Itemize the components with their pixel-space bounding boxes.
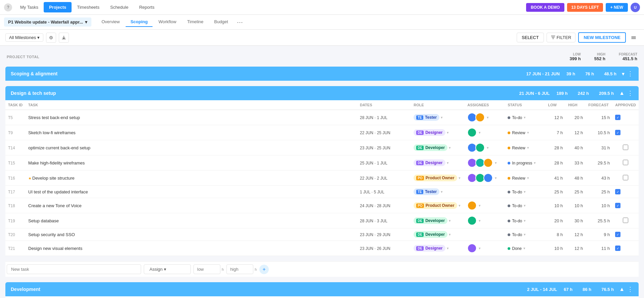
- role-cell[interactable]: DE Developer ▾: [414, 231, 462, 238]
- role-cell[interactable]: TE Tester ▾: [414, 114, 462, 121]
- status-dropdown-icon[interactable]: ▾: [524, 115, 526, 120]
- assign-button[interactable]: Assign ▾: [144, 264, 191, 274]
- days-left-button[interactable]: 13 DAYS LEFT: [567, 3, 603, 12]
- approved-checkbox[interactable]: ✓: [615, 246, 620, 251]
- new-task-input[interactable]: [7, 264, 141, 274]
- role-dropdown-icon[interactable]: ▾: [441, 115, 443, 120]
- role-dropdown-icon[interactable]: ▾: [449, 146, 451, 150]
- filter-button[interactable]: FILTER: [547, 33, 576, 42]
- assignees-dropdown-icon[interactable]: ▾: [479, 246, 481, 251]
- role-cell[interactable]: DE Developer ▾: [414, 144, 462, 151]
- total-forecast-header: FORECAST: [619, 52, 637, 56]
- approved-checkbox[interactable]: ✓: [615, 130, 620, 135]
- role-dropdown-icon[interactable]: ▾: [447, 161, 449, 165]
- role-abbr: DE: [416, 146, 424, 150]
- approved-checkbox[interactable]: [623, 160, 628, 165]
- new-button[interactable]: + NEW: [606, 3, 628, 12]
- approved-checkbox[interactable]: ✓: [615, 115, 620, 120]
- approved-checkbox[interactable]: ✓: [615, 189, 620, 194]
- role-cell[interactable]: DE Developer ▾: [414, 217, 462, 224]
- collapse-all-icon[interactable]: [629, 33, 639, 43]
- status-cell[interactable]: Review ▾: [508, 146, 529, 150]
- role-cell[interactable]: TE Tester ▾: [414, 188, 462, 195]
- role-cell[interactable]: DE Designer ▾: [414, 159, 462, 166]
- download-icon-button[interactable]: [59, 33, 69, 43]
- section-chevron-design[interactable]: ▲: [619, 90, 625, 96]
- role-dropdown-icon[interactable]: ▾: [449, 219, 451, 223]
- nav-my-tasks[interactable]: My Tasks: [15, 2, 44, 12]
- tab-workflow[interactable]: Workflow: [154, 17, 181, 27]
- book-demo-button[interactable]: BOOK A DEMO: [526, 3, 564, 12]
- status-dropdown-icon[interactable]: ▾: [527, 131, 529, 135]
- section-header-development[interactable]: Development 2 JUL - 14 JUL 67 h 86 h 76.…: [5, 282, 639, 296]
- assignees-dropdown-icon[interactable]: ▾: [479, 131, 481, 135]
- status-dropdown-icon[interactable]: ▾: [524, 190, 526, 194]
- tab-timeline[interactable]: Timeline: [182, 17, 208, 27]
- status-cell[interactable]: To-do ▾: [508, 115, 526, 120]
- assignees-dropdown-icon[interactable]: ▾: [495, 176, 497, 180]
- section-chevron-development[interactable]: ▲: [619, 286, 625, 292]
- tab-overview[interactable]: Overview: [97, 17, 124, 27]
- status-dropdown-icon[interactable]: ▾: [524, 203, 526, 208]
- assignees-dropdown-icon[interactable]: ▾: [487, 115, 489, 120]
- role-cell[interactable]: PO Product Owner ▾: [414, 175, 462, 181]
- status-cell[interactable]: Done ▾: [508, 246, 525, 251]
- role-cell[interactable]: PO Product Owner ▾: [414, 202, 462, 209]
- status-cell[interactable]: To-do ▾: [508, 232, 526, 237]
- approved-checkbox[interactable]: ✓: [615, 232, 620, 237]
- section-dots-scoping[interactable]: ⋮: [627, 70, 633, 77]
- section-chevron-scoping[interactable]: ▾: [622, 71, 625, 77]
- role-dropdown-icon[interactable]: ▾: [459, 203, 461, 208]
- assignees-dropdown-icon[interactable]: ▾: [479, 203, 481, 208]
- nav-timesheets[interactable]: Timesheets: [72, 2, 105, 12]
- nav-projects[interactable]: Projects: [44, 2, 72, 12]
- role-dropdown-icon[interactable]: ▾: [441, 190, 443, 194]
- assignees-dropdown-icon[interactable]: ▾: [487, 146, 489, 150]
- assignees-dropdown-icon[interactable]: ▾: [479, 219, 481, 223]
- user-avatar[interactable]: U: [631, 3, 640, 12]
- status-dropdown-icon[interactable]: ▾: [527, 176, 529, 180]
- help-icon[interactable]: ?: [4, 3, 12, 11]
- status-dropdown-icon[interactable]: ▾: [534, 161, 536, 165]
- task-assignees-cell: ▾: [465, 110, 505, 125]
- status-cell[interactable]: To-do ▾: [508, 203, 526, 208]
- role-dropdown-icon[interactable]: ▾: [449, 232, 451, 237]
- new-milestone-button[interactable]: NEW MILESTONE: [578, 32, 626, 43]
- status-cell[interactable]: In progress ▾: [508, 161, 536, 165]
- project-name[interactable]: P1 Website update - Waterfall appr... ▾: [4, 17, 91, 27]
- approved-checkbox[interactable]: [623, 218, 628, 223]
- task-status-cell: In progress ▾: [505, 155, 545, 171]
- nav-schedule[interactable]: Schedule: [105, 2, 134, 12]
- approved-checkbox[interactable]: ✓: [615, 203, 620, 208]
- nav-reports[interactable]: Reports: [134, 2, 160, 12]
- section-dots-design[interactable]: ⋮: [627, 89, 633, 97]
- role-cell[interactable]: DE Designer ▾: [414, 245, 462, 252]
- role-dropdown-icon[interactable]: ▾: [447, 246, 449, 251]
- role-dropdown-icon[interactable]: ▾: [447, 131, 449, 135]
- section-header-scoping[interactable]: Scoping & alignment 17 JUN - 21 JUN 39 h…: [5, 67, 639, 81]
- status-cell[interactable]: Review ▾: [508, 176, 529, 181]
- approved-checkbox[interactable]: [623, 175, 628, 180]
- status-cell[interactable]: To-do ▾: [508, 190, 526, 194]
- status-cell[interactable]: Review ▾: [508, 131, 529, 135]
- status-dropdown-icon[interactable]: ▾: [524, 232, 526, 237]
- add-task-button[interactable]: +: [259, 265, 269, 274]
- milestone-select[interactable]: All Milestones ▾: [5, 33, 43, 42]
- section-header-design[interactable]: Design & tech setup 21 JUN - 6 JUL 189 h…: [5, 86, 639, 100]
- approved-checkbox[interactable]: [623, 145, 628, 150]
- role-cell[interactable]: DE Designer ▾: [414, 129, 462, 136]
- low-input[interactable]: [194, 264, 220, 274]
- tab-budget[interactable]: Budget: [210, 17, 233, 27]
- high-input[interactable]: [226, 264, 253, 274]
- view-icon-button[interactable]: [46, 33, 56, 43]
- status-dropdown-icon[interactable]: ▾: [524, 219, 526, 223]
- status-cell[interactable]: To-do ▾: [508, 219, 526, 223]
- status-dropdown-icon[interactable]: ▾: [527, 146, 529, 150]
- section-dots-development[interactable]: ⋮: [627, 286, 633, 293]
- assignees-dropdown-icon[interactable]: ▾: [495, 161, 497, 165]
- role-dropdown-icon[interactable]: ▾: [459, 176, 461, 180]
- select-button[interactable]: SELECT: [517, 33, 544, 42]
- more-options-icon[interactable]: ⋯: [237, 18, 243, 26]
- status-dropdown-icon[interactable]: ▾: [523, 246, 525, 251]
- tab-scoping[interactable]: Scoping: [126, 17, 152, 27]
